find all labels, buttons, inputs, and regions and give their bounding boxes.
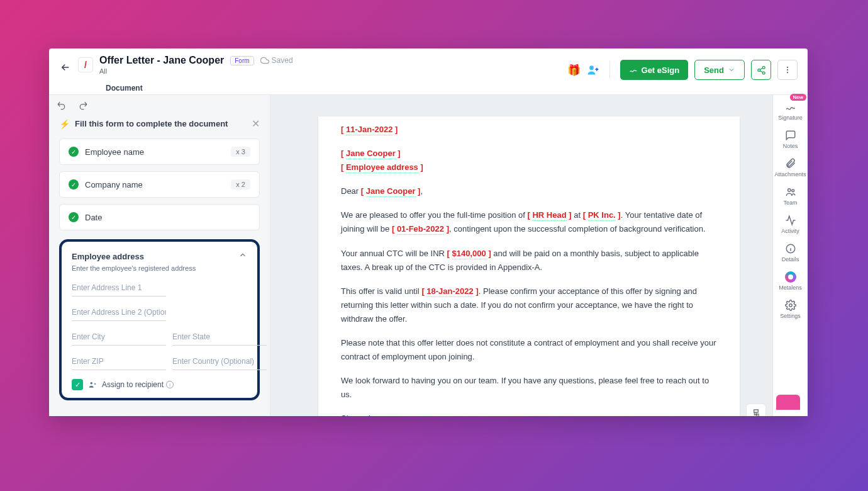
svg-point-8 xyxy=(787,189,791,192)
city-input[interactable] xyxy=(72,327,166,346)
body: ⚡ Fill this form to complete the documen… xyxy=(49,95,808,416)
doc-title: Offer Letter - Jane Cooper xyxy=(99,55,224,66)
rail-team[interactable]: Team xyxy=(773,186,808,206)
zip-input[interactable] xyxy=(72,352,166,370)
svg-point-0 xyxy=(589,65,594,70)
token-role[interactable]: HR Head xyxy=(532,210,566,221)
info-icon[interactable]: i xyxy=(166,381,174,388)
assign-checkbox[interactable]: ✓ xyxy=(72,379,83,390)
svg-point-4 xyxy=(787,67,788,68)
cloud-icon xyxy=(260,56,269,65)
assign-label: Assign to recipient i xyxy=(102,380,174,389)
rail-details[interactable]: Details xyxy=(773,243,808,262)
svg-point-5 xyxy=(787,69,788,71)
svg-point-1 xyxy=(762,66,765,69)
help-fab[interactable] xyxy=(776,395,800,410)
document-page: [ 11-Jan-2022 ] [ Jane Cooper ] [ Employ… xyxy=(318,116,740,416)
doc-type-icon: / xyxy=(78,57,93,72)
active-field-subtitle: Enter the employee's registered address xyxy=(72,264,247,272)
field-card-company-name[interactable]: ✓ Company name x 2 xyxy=(59,171,260,198)
address-line2-input[interactable] xyxy=(72,303,166,321)
chevron-up-icon[interactable] xyxy=(238,251,247,262)
rail-signature[interactable]: Signature xyxy=(773,101,808,121)
field-card-employee-address[interactable]: Employee address Enter the employee's re… xyxy=(59,239,260,400)
rail-notes[interactable]: Notes xyxy=(773,130,808,149)
field-count: x 2 xyxy=(231,179,250,189)
check-icon: ✓ xyxy=(69,212,79,222)
field-label: Employee name xyxy=(85,147,225,157)
svg-point-9 xyxy=(791,189,794,192)
form-chip: Form xyxy=(230,56,253,65)
token-employee-address[interactable]: Employee address xyxy=(346,162,418,173)
state-input[interactable] xyxy=(172,327,267,346)
signature-icon xyxy=(629,65,638,74)
gift-icon[interactable]: 🎁 xyxy=(568,64,581,76)
format-paint-button[interactable] xyxy=(746,404,766,417)
new-badge: New xyxy=(790,94,806,101)
get-esign-button[interactable]: Get eSign xyxy=(620,60,689,80)
chevron-down-icon xyxy=(728,66,735,74)
active-field-title: Employee address xyxy=(72,252,238,261)
address-line1-input[interactable] xyxy=(72,278,166,296)
token-company[interactable]: PK Inc. xyxy=(588,210,616,221)
right-rail: New Signature Notes Attachments Team Act… xyxy=(772,95,808,416)
document-canvas[interactable]: [ 11-Jan-2022 ] [ Jane Cooper ] [ Employ… xyxy=(270,95,772,416)
field-label: Company name xyxy=(85,180,225,189)
more-vertical-icon xyxy=(783,65,792,74)
svg-point-7 xyxy=(91,382,93,385)
share-icon xyxy=(757,65,766,75)
bolt-icon: ⚡ xyxy=(59,119,70,129)
token-date[interactable]: 11-Jan-2022 xyxy=(346,125,392,135)
form-panel-title: Fill this form to complete the document xyxy=(75,119,247,128)
user-plus-icon xyxy=(88,380,97,389)
svg-point-2 xyxy=(757,69,760,71)
saved-indicator: Saved xyxy=(260,56,293,65)
token-employee-name[interactable]: Jane Cooper xyxy=(366,186,416,197)
svg-point-6 xyxy=(787,72,788,73)
svg-point-3 xyxy=(762,72,765,74)
token-join-date[interactable]: 01-Feb-2022 xyxy=(397,224,444,235)
redo-button[interactable] xyxy=(77,99,89,111)
field-count: x 3 xyxy=(231,147,250,157)
close-panel-button[interactable]: ✕ xyxy=(252,118,260,130)
check-icon: ✓ xyxy=(69,179,79,189)
doc-subtitle: All xyxy=(99,67,293,75)
svg-point-11 xyxy=(789,304,792,307)
country-input[interactable] xyxy=(172,352,267,370)
field-label: Date xyxy=(85,213,250,222)
rail-activity[interactable]: Activity xyxy=(773,215,808,234)
add-user-icon[interactable] xyxy=(587,64,599,76)
token-employee-name[interactable]: Jane Cooper xyxy=(346,149,396,159)
rail-metalens[interactable]: Metalens xyxy=(773,271,808,291)
undo-button[interactable] xyxy=(55,99,68,111)
check-icon: ✓ xyxy=(69,147,79,157)
app-window: / Offer Letter - Jane Cooper Form Saved … xyxy=(49,48,808,416)
top-bar: / Offer Letter - Jane Cooper Form Saved … xyxy=(49,48,808,95)
rail-attachments[interactable]: Attachments xyxy=(773,158,808,178)
rail-settings[interactable]: Settings xyxy=(773,300,808,319)
form-panel: ⚡ Fill this form to complete the documen… xyxy=(49,95,270,416)
field-card-employee-name[interactable]: ✓ Employee name x 3 xyxy=(59,138,260,165)
metalens-icon xyxy=(785,271,796,283)
field-card-date[interactable]: ✓ Date xyxy=(59,204,260,230)
share-button[interactable] xyxy=(751,60,771,80)
more-button[interactable] xyxy=(777,60,798,80)
token-ctc[interactable]: $140,000 xyxy=(452,249,486,259)
back-button[interactable] xyxy=(57,59,74,76)
send-button[interactable]: Send xyxy=(694,60,745,80)
token-valid-until[interactable]: 18-Jan-2022 xyxy=(426,286,473,297)
